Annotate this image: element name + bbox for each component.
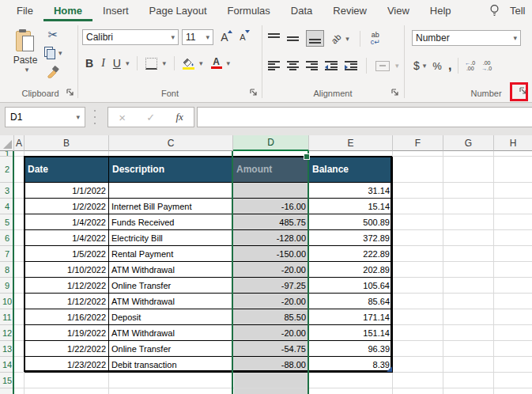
font-size-combo[interactable]: 11 ▾ (182, 29, 213, 45)
fill-color-button[interactable] (183, 58, 194, 70)
align-center-button[interactable] (287, 61, 299, 71)
paste-button[interactable]: Paste ▾ (11, 28, 40, 89)
column-header-A[interactable]: A (14, 135, 25, 151)
font-name-combo[interactable]: Calibri ▾ (82, 29, 179, 45)
tab-home[interactable]: Home (43, 0, 92, 21)
borders-dropdown-icon[interactable]: ▾ (162, 59, 166, 67)
format-painter-button[interactable] (46, 66, 60, 80)
clipboard-dialog-launcher-icon[interactable] (65, 87, 76, 98)
cell-B8[interactable]: 1/10/2022 (25, 262, 109, 278)
cell-C5[interactable]: Funds Received (109, 214, 233, 230)
align-right-button[interactable] (306, 61, 318, 71)
cell-E8[interactable]: 202.89 (309, 262, 393, 278)
borders-button[interactable] (145, 58, 157, 70)
cell-B3[interactable]: 1/1/2022 (25, 183, 109, 199)
enter-button[interactable]: ✓ (146, 112, 155, 123)
tab-formulas[interactable]: Formulas (217, 0, 281, 21)
bold-button[interactable]: B (85, 57, 93, 70)
increase-font-size-button[interactable]: A (217, 29, 232, 45)
column-header-H[interactable]: H (494, 135, 532, 151)
column-header-G[interactable]: G (443, 135, 494, 151)
column-header-E[interactable]: E (309, 135, 393, 151)
cell-C12[interactable]: ATM Withdrawal (109, 325, 233, 341)
cell-E4[interactable]: 15.14 (309, 199, 393, 214)
cell-B13[interactable]: 1/22/2022 (25, 341, 109, 357)
cell-B4[interactable]: 1/2/2022 (25, 199, 109, 214)
paste-dropdown-icon[interactable]: ▾ (14, 66, 40, 74)
cell-E10[interactable]: 85.64 (309, 294, 393, 309)
tab-page-layout[interactable]: Page Layout (139, 0, 217, 21)
cell-E13[interactable]: 96.39 (309, 341, 393, 357)
cell-D13[interactable]: -54.75 (233, 341, 309, 357)
cell-C4[interactable]: Internet Bill Payment (109, 199, 233, 214)
cell-C7[interactable]: Rental Payment (109, 246, 233, 262)
decrease-font-size-button[interactable]: A (236, 29, 250, 45)
copy-button[interactable]: ▾ (44, 47, 62, 59)
cell-C13[interactable]: Online Transfer (109, 341, 233, 357)
bottom-align-button[interactable] (306, 30, 324, 47)
tab-help[interactable]: Help (420, 0, 462, 21)
cell-B7[interactable]: 1/5/2022 (25, 246, 109, 262)
align-left-button[interactable] (268, 61, 280, 71)
font-color-button[interactable]: A (211, 58, 222, 69)
cell-C8[interactable]: ATM Withdrawal (109, 262, 233, 278)
cell-D10[interactable]: -20.00 (233, 294, 309, 309)
cell-D4[interactable]: -16.00 (233, 199, 309, 214)
decrease-decimal-button[interactable]: .00 →.0 (481, 60, 492, 71)
cell-C6[interactable]: Electricity Bill (109, 230, 233, 246)
cell-B6[interactable]: 1/4/2022 (25, 230, 109, 246)
name-box[interactable]: D1 ▾ (5, 107, 85, 127)
table-header-description[interactable]: Description (109, 157, 233, 183)
cell-E12[interactable]: 151.14 (309, 325, 393, 341)
tell-me-label[interactable]: Tell (510, 5, 526, 17)
cut-button[interactable]: ✂ (44, 28, 62, 42)
cell-C10[interactable]: ATM Withdrawal (109, 294, 233, 309)
cell-D3[interactable] (233, 183, 309, 199)
column-header-F[interactable]: F (393, 135, 443, 151)
increase-decimal-button[interactable]: ←.0 .00 (465, 60, 475, 71)
cell-E11[interactable]: 171.14 (309, 309, 393, 325)
copy-dropdown-icon[interactable]: ▾ (58, 49, 62, 57)
cell-D9[interactable]: -97.25 (233, 278, 309, 294)
tab-data[interactable]: Data (281, 0, 323, 21)
cell-D12[interactable]: -20.00 (233, 325, 309, 341)
comma-style-button[interactable]: , (448, 59, 451, 73)
cell-E3[interactable]: 31.14 (309, 183, 393, 199)
cell-D5[interactable]: 485.75 (233, 214, 309, 230)
tab-review[interactable]: Review (323, 0, 377, 21)
cell-B10[interactable]: 1/12/2022 (25, 294, 109, 309)
cell-C14[interactable]: Debit transaction (109, 357, 233, 373)
select-all-button[interactable] (0, 135, 14, 151)
cell-D11[interactable]: 85.50 (233, 309, 309, 325)
cell-E9[interactable]: 105.64 (309, 278, 393, 294)
wrap-text-button[interactable]: abc↵ (371, 32, 380, 46)
fill-color-dropdown-icon[interactable]: ▾ (199, 59, 203, 67)
cell-B14[interactable]: 1/23/2022 (25, 357, 109, 373)
cell-E14[interactable]: 8.39 (309, 357, 393, 373)
cell-E5[interactable]: 500.89 (309, 214, 393, 230)
fill-handle[interactable] (304, 153, 310, 160)
underline-button[interactable]: U (113, 57, 121, 70)
merge-center-button[interactable]: ▾ (375, 61, 399, 71)
column-header-D[interactable]: D (233, 135, 309, 151)
cell-B12[interactable]: 1/19/2022 (25, 325, 109, 341)
font-color-dropdown-icon[interactable]: ▾ (227, 59, 231, 67)
name-box-splitter[interactable] (94, 110, 96, 124)
cell-B9[interactable]: 1/12/2022 (25, 278, 109, 294)
formula-input[interactable] (197, 107, 532, 127)
decrease-indent-button[interactable] (325, 61, 338, 71)
cell-E6[interactable]: 372.89 (309, 230, 393, 246)
italic-button[interactable]: I (101, 57, 105, 70)
cell-D14[interactable]: -88.00 (233, 357, 309, 373)
cell-D6[interactable]: -128.00 (233, 230, 309, 246)
underline-dropdown-icon[interactable]: ▾ (126, 59, 130, 67)
cell-D7[interactable]: -150.00 (233, 246, 309, 262)
font-dialog-launcher-icon[interactable] (248, 87, 259, 98)
number-format-combo[interactable]: Number ▾ (412, 30, 521, 46)
cell-C9[interactable]: Online Transfer (109, 278, 233, 294)
table-header-amount[interactable]: Amount (233, 157, 309, 183)
table-header-balance[interactable]: Balance (309, 157, 393, 183)
accounting-format-button[interactable]: $ (413, 59, 420, 72)
lightbulb-icon[interactable] (489, 4, 500, 17)
cell-B5[interactable]: 1/4/2022 (25, 214, 109, 230)
